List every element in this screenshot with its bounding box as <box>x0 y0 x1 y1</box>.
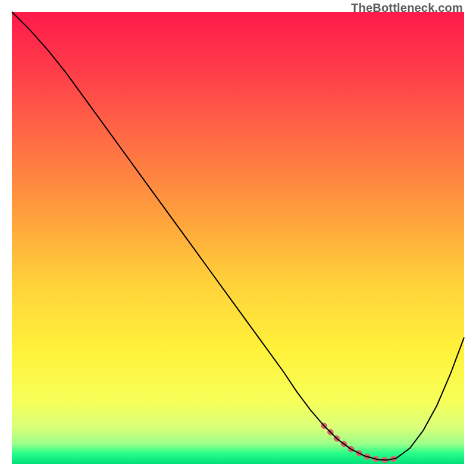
bottleneck-curve <box>12 12 464 460</box>
curve-layer <box>12 12 464 464</box>
optimal-range-highlight <box>324 425 396 460</box>
chart-container: TheBottleneck.com <box>0 0 476 476</box>
plot-area <box>12 12 464 464</box>
